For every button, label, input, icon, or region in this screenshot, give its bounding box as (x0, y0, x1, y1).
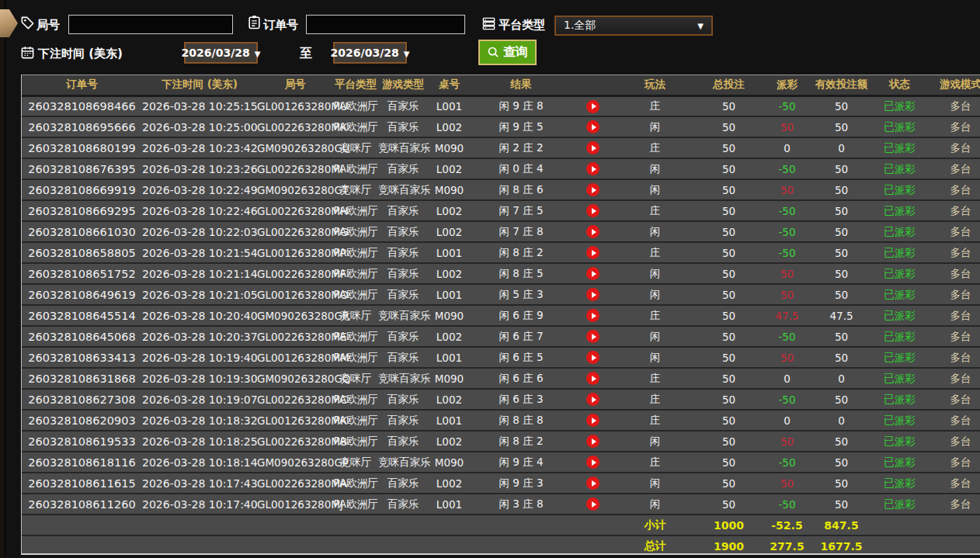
cell-playtype: 闲 (614, 263, 696, 284)
cell-result: 闲 9 庄 4 (471, 452, 572, 473)
cell-status: 已派彩 (871, 368, 929, 389)
cell-game: 百家乐 (378, 221, 428, 242)
play-video-button[interactable] (586, 435, 599, 448)
cell-status: 已派彩 (871, 179, 929, 200)
cell-play (572, 494, 614, 515)
table-row: 2603281086181162026-03-28 10:18:14GM0902… (22, 452, 980, 473)
play-video-button[interactable] (586, 477, 599, 490)
cell-result: 闲 8 庄 8 (471, 410, 572, 431)
cell-mode: 多台 (929, 263, 980, 284)
cell-playtype: 闲 (614, 221, 696, 242)
cell-game: 竞咪百家乐 (378, 452, 428, 473)
column-header-mode: 游戏模式 (929, 75, 980, 95)
play-video-button[interactable] (586, 393, 599, 406)
play-video-button[interactable] (586, 225, 599, 238)
cell-result: 闲 8 庄 5 (471, 263, 572, 284)
date-from-picker[interactable]: 2026/03/28 ▼ (184, 42, 258, 64)
cell-total: 50 (696, 431, 762, 452)
cell-platform: 竞咪厅 (333, 452, 378, 473)
cell-time: 2026-03-28 10:18:25 (142, 431, 257, 452)
round-no-input[interactable] (68, 15, 233, 34)
cell-playtype: 庄 (614, 242, 696, 263)
drawer-handle-wedge[interactable] (0, 9, 18, 37)
play-video-button[interactable] (586, 309, 599, 322)
cell-time: 2026-03-28 10:25:15 (142, 95, 257, 116)
cell-play (572, 347, 614, 368)
play-video-button[interactable] (586, 351, 599, 364)
play-video-button[interactable] (586, 456, 599, 469)
cell-mode: 多台 (929, 452, 980, 473)
cell-playtype: 闲 (614, 347, 696, 368)
cell-result: 闲 3 庄 8 (471, 494, 572, 515)
cell-mode: 多台 (929, 305, 980, 326)
cell-table: L002 (428, 431, 471, 452)
cell-game: 百家乐 (378, 473, 428, 494)
cell-result: 闲 6 庄 9 (471, 305, 572, 326)
cell-total: 50 (696, 410, 762, 431)
cell-play (572, 410, 614, 431)
cell-game: 百家乐 (378, 494, 428, 515)
subtotal-row-label: 小计 (614, 515, 696, 535)
cell-order: 260328108618116 (22, 452, 142, 473)
cell-playtype: 闲 (614, 158, 696, 179)
cell-valid: 50 (812, 389, 871, 410)
chevron-down-icon: ▼ (697, 22, 704, 30)
platform-type-select[interactable]: 1.全部 ▼ (554, 16, 713, 36)
cell-status: 已派彩 (871, 473, 929, 494)
cell-order: 260328108649619 (22, 284, 142, 305)
play-video-button[interactable] (586, 120, 599, 133)
platform-type-label: 平台类型 (499, 18, 545, 33)
cell-table: M090 (428, 305, 471, 326)
play-video-button[interactable] (586, 414, 599, 427)
table-row: 2603281086984662026-03-28 10:25:15GL0012… (22, 95, 980, 116)
cell-order: 260328108611260 (22, 494, 142, 515)
play-video-button[interactable] (586, 183, 599, 196)
column-header-status: 状态 (871, 75, 929, 95)
cell-game: 百家乐 (378, 200, 428, 221)
play-video-button[interactable] (586, 204, 599, 217)
cell-table: L002 (428, 200, 471, 221)
cell-table: L001 (428, 242, 471, 263)
cell-round: GL001263280MP (257, 242, 333, 263)
chevron-down-icon: ▼ (404, 50, 410, 58)
cell-mode: 多台 (929, 95, 980, 116)
cell-round: GL002263280MK (257, 116, 333, 137)
cell-valid: 50 (812, 95, 871, 116)
table-row: 2603281086692952026-03-28 10:22:46GL0022… (22, 200, 980, 221)
cell-result: 闲 9 庄 3 (471, 473, 572, 494)
cell-platform: PA欧洲厅 (333, 200, 378, 221)
play-video-button[interactable] (586, 497, 599, 511)
order-no-input[interactable] (306, 15, 465, 34)
play-video-button[interactable] (586, 288, 599, 301)
cell-play (572, 368, 614, 389)
cell-mode: 多台 (929, 200, 980, 221)
play-video-button[interactable] (586, 267, 599, 280)
empty-cell (572, 515, 614, 535)
order-no-label: 订单号 (263, 18, 298, 33)
cell-payout: 50 (762, 284, 812, 305)
play-video-button[interactable] (586, 100, 599, 113)
play-video-button[interactable] (586, 246, 599, 259)
column-header-platform: 平台类型 (333, 75, 378, 95)
empty-cell (142, 515, 257, 535)
empty-cell (142, 535, 257, 555)
cell-total: 50 (696, 137, 762, 158)
cell-table: M090 (428, 179, 471, 200)
search-button[interactable]: 查询 (478, 40, 537, 65)
table-row: 2603281086496192026-03-28 10:21:05GL0012… (22, 284, 980, 305)
cell-platform: 竞咪厅 (333, 179, 378, 200)
play-video-button[interactable] (586, 141, 599, 154)
play-video-button[interactable] (586, 372, 599, 385)
cell-round: GL002263280MB (257, 431, 333, 452)
cell-status: 已派彩 (871, 221, 929, 242)
cell-result: 闲 5 庄 3 (471, 284, 572, 305)
cell-mode: 多台 (929, 494, 980, 515)
cell-order: 260328108651752 (22, 263, 142, 284)
play-video-button[interactable] (586, 330, 599, 343)
play-video-button[interactable] (586, 162, 599, 175)
cell-status: 已派彩 (871, 305, 929, 326)
date-to-picker[interactable]: 2026/03/28 ▼ (333, 42, 407, 64)
cell-result: 闲 7 庄 8 (471, 221, 572, 242)
cell-valid: 50 (812, 116, 871, 137)
table-row: 2603281086116152026-03-28 10:17:43GL0022… (22, 473, 980, 494)
